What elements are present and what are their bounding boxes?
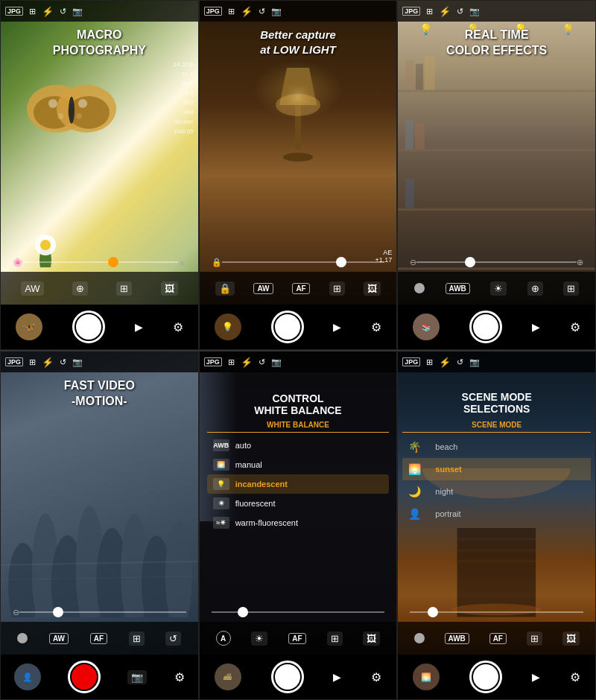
camera-mode-icon-fv: 📷 [72, 357, 83, 367]
slider-track-sm[interactable] [410, 611, 583, 613]
mid-dot-fv[interactable] [17, 633, 28, 643]
wb-item-fluorescent[interactable]: ☀ fluorescent [207, 494, 390, 513]
lowlight-title: Better captureat LOW LIGHT [200, 28, 397, 57]
slider-wb[interactable] [200, 602, 397, 622]
mid-awb-sm[interactable]: AWB [445, 633, 469, 644]
shutter-ce[interactable] [469, 311, 502, 343]
mid-aw[interactable]: AW [21, 281, 43, 296]
thumb-fv[interactable]: 👤 [14, 664, 41, 690]
scene-item-night[interactable]: 🌙 night [402, 480, 591, 503]
mid-af-wb[interactable]: AF [288, 633, 305, 644]
mid-dot-sm[interactable] [414, 633, 425, 643]
bottom-bar-macro: 🦋 ▶ ⚙ [1, 305, 198, 349]
scene-item-portrait[interactable]: 👤 portrait [402, 503, 591, 525]
scene-item-beach[interactable]: 🌴 beach [402, 436, 591, 458]
mid-af-fv[interactable]: AF [90, 633, 107, 644]
slider-fv[interactable]: ⊖ [1, 602, 198, 622]
video-icon-sm[interactable]: ▶ [532, 671, 540, 683]
mid-sun-wb[interactable]: ☀ [251, 631, 267, 646]
thumb-macro[interactable]: 🦋 [16, 314, 42, 340]
slider-track[interactable] [23, 261, 178, 263]
mid-af-sm[interactable]: AF [489, 633, 507, 644]
thumb-wb[interactable]: 🏙 [215, 664, 241, 690]
scene-label-portrait: portrait [435, 509, 460, 518]
gear-icon-ce[interactable]: ⚙ [570, 320, 580, 334]
slider-thumb-wb[interactable] [238, 607, 248, 617]
mid-capture-ce[interactable]: ⊕ [527, 281, 543, 296]
slider-track-fv[interactable] [19, 611, 186, 613]
grid-icon-ce: ⊞ [426, 7, 433, 16]
mp-info: 3MP [174, 80, 194, 89]
thumb-ce[interactable]: 📚 [413, 314, 440, 340]
gear-icon-wb[interactable]: ⚙ [371, 670, 381, 684]
mid-bar-sm: AWB AF ⊞ 🖼 [398, 622, 595, 655]
shutter-inner-ll [275, 314, 300, 340]
slider-track-ce[interactable] [416, 261, 577, 263]
shutter-sm[interactable] [469, 661, 502, 693]
wb-icon-warm-fluorescent: ≈☀ [213, 517, 229, 529]
video-icon-wb[interactable]: ▶ [333, 671, 341, 683]
gear-icon-sm[interactable]: ⚙ [570, 670, 580, 684]
video-icon-macro[interactable]: ▶ [135, 321, 143, 333]
slider-track-ll[interactable] [222, 261, 385, 263]
wb-item-manual[interactable]: 🌅 manual [207, 455, 390, 474]
shutter-ll[interactable] [271, 311, 304, 343]
jpg-badge-ll: JPG [204, 7, 222, 16]
wb-item-incandescent[interactable]: 💡 incandescent [207, 474, 390, 494]
slider-thumb-fv[interactable] [53, 607, 63, 617]
thumb-ll[interactable]: 💡 [215, 314, 241, 340]
shutter-fv[interactable] [68, 661, 101, 693]
mid-sun-ce[interactable]: ☀ [490, 281, 507, 296]
slider-ll[interactable]: 🔒 [200, 252, 397, 272]
mid-ev-ce[interactable]: ⊞ [563, 281, 579, 296]
mid-ev-fv[interactable]: ⊞ [129, 631, 145, 646]
mid-gallery-sm[interactable]: 🖼 [562, 631, 580, 646]
slider-macro[interactable]: 🌸 ▲ [1, 252, 198, 272]
camera-mode-icon-wb: 📷 [271, 357, 282, 367]
gear-icon-ll[interactable]: ⚙ [371, 320, 381, 334]
video-icon-ll[interactable]: ▶ [333, 321, 341, 333]
mid-gallery-wb[interactable]: 🖼 [363, 631, 380, 646]
slider-thumb[interactable] [108, 257, 118, 267]
mid-a-wb[interactable]: A [216, 631, 231, 646]
slider-sm[interactable] [398, 602, 595, 622]
wb-item-auto[interactable]: AWB auto [207, 436, 390, 455]
mid-ev[interactable]: ⊞ [116, 281, 132, 296]
shutter-macro[interactable] [72, 311, 105, 343]
video-icon-ce[interactable]: ▶ [532, 321, 540, 333]
shutter-wb[interactable] [271, 661, 304, 693]
mid-rotate-fv[interactable]: ↺ [165, 631, 181, 646]
mid-capture[interactable]: ⊕ [72, 281, 88, 296]
wb-label-fluorescent: fluorescent [235, 499, 276, 508]
mid-dot-ce[interactable] [414, 283, 425, 293]
mid-gallery[interactable]: 🖼 [161, 281, 178, 296]
mid-ev-wb[interactable]: ⊞ [327, 631, 343, 646]
slider-thumb-sm[interactable] [428, 607, 438, 617]
wb-item-warm-fluorescent[interactable]: ≈☀ warm-fluorescent [207, 513, 390, 532]
gear-icon-macro[interactable]: ⚙ [173, 320, 183, 334]
slider-thumb-ll[interactable] [336, 257, 346, 267]
mid-af-ll[interactable]: AF [292, 283, 309, 294]
mid-aw-ll[interactable]: AW [253, 283, 273, 294]
slider-ce[interactable]: ⊖ ⊕ [398, 252, 595, 272]
mid-ev-ll[interactable]: ⊞ [329, 281, 345, 296]
mid-ev-sm[interactable]: ⊞ [527, 631, 542, 646]
svg-point-15 [283, 153, 313, 162]
photo-btn-fv[interactable]: 📷 [127, 670, 147, 684]
slider-thumb-ce[interactable] [465, 257, 475, 267]
mid-gallery-ll[interactable]: 🖼 [364, 281, 381, 296]
mid-aw-fv[interactable]: AW [49, 633, 69, 644]
crowd-svg [1, 454, 198, 617]
slider-left-ce: ⊖ [410, 258, 416, 267]
gear-icon-fv[interactable]: ⚙ [174, 670, 185, 684]
top-bar-fv: JPG ⊞ ⚡ ↺ 📷 [1, 351, 198, 372]
slider-track-wb[interactable] [212, 611, 385, 613]
svg-rect-25 [415, 123, 425, 149]
timer-icon: ↺ [60, 7, 66, 16]
macro-title: MACROPHOTOGRAPHY [1, 28, 198, 59]
scene-item-sunset[interactable]: 🌅 sunset [402, 458, 591, 480]
mid-awb-ce[interactable]: AWB [446, 283, 470, 294]
scene-icon-night: 🌙 [408, 484, 429, 499]
mid-lock-ll[interactable]: 🔒 [215, 281, 235, 296]
thumb-sm[interactable]: 🌅 [413, 664, 440, 690]
